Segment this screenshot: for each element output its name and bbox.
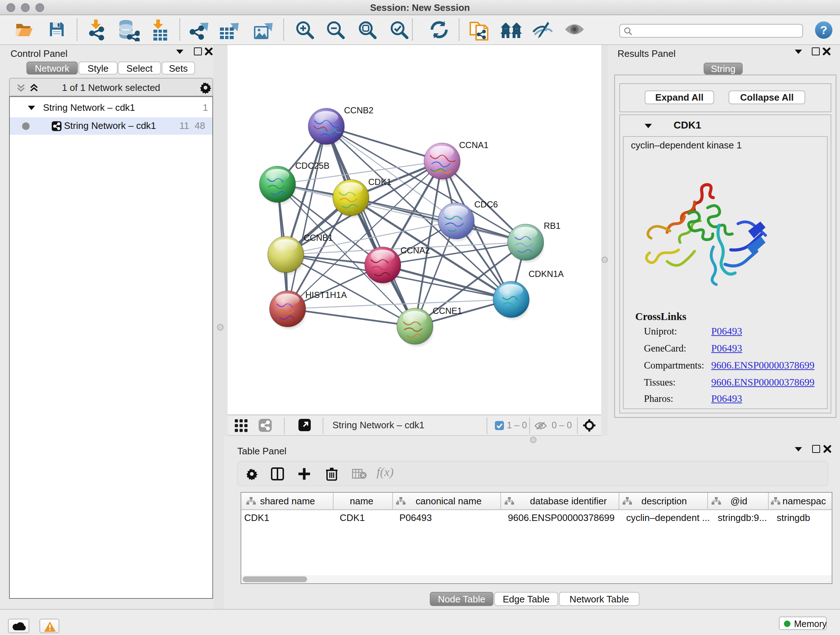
svg-text:CCNB2: CCNB2 (344, 105, 373, 115)
svg-text:CDKN1A: CDKN1A (529, 269, 564, 279)
svg-text:CDC6: CDC6 (474, 200, 498, 209)
svg-text:CCNE1: CCNE1 (433, 306, 462, 316)
svg-text:CDK1: CDK1 (368, 177, 392, 187)
svg-text:CCNA1: CCNA1 (459, 140, 488, 150)
svg-text:HIST1H1A: HIST1H1A (305, 290, 347, 300)
svg-text:?: ? (820, 24, 827, 36)
svg-text:CCNB1: CCNB1 (303, 233, 333, 242)
svg-text:CCNA2: CCNA2 (401, 245, 430, 255)
svg-text:RB1: RB1 (544, 221, 561, 231)
svg-text:CDC25B: CDC25B (295, 161, 330, 171)
